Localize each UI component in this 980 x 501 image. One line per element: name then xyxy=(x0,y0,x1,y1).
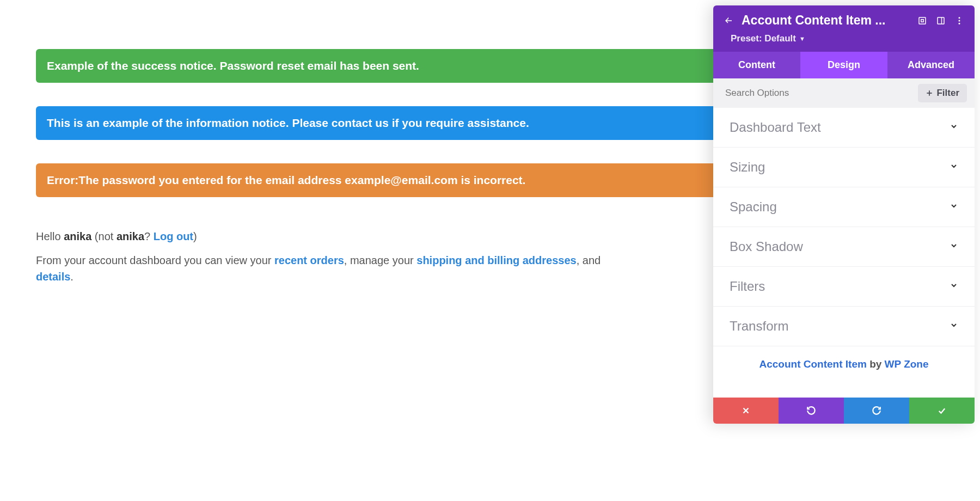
panel-title: Account Content Item ... xyxy=(742,13,909,28)
panel-footer xyxy=(713,398,975,424)
chevron-down-icon xyxy=(950,281,958,292)
notice-error-label: Error xyxy=(47,174,75,186)
option-label: Transform xyxy=(730,319,788,334)
option-filters[interactable]: Filters xyxy=(713,267,975,307)
preset-selector[interactable]: Preset: Default ▼ xyxy=(713,31,975,52)
svg-rect-2 xyxy=(938,17,944,24)
cancel-button[interactable] xyxy=(713,398,779,424)
back-icon[interactable] xyxy=(723,15,734,26)
panel-tabs: Content Design Advanced xyxy=(713,52,975,78)
panel-header: Account Content Item ... Preset: Default… xyxy=(713,5,975,78)
tab-content[interactable]: Content xyxy=(713,52,800,78)
filter-label: Filter xyxy=(936,88,959,99)
module-link[interactable]: Account Content Item xyxy=(759,358,866,370)
more-icon[interactable] xyxy=(954,15,965,26)
search-input[interactable] xyxy=(721,85,918,101)
chevron-down-icon xyxy=(950,162,958,173)
filter-button[interactable]: Filter xyxy=(918,84,967,102)
option-label: Sizing xyxy=(730,160,765,175)
credits-by: by xyxy=(867,358,885,370)
intro-text: From your account dashboard you can view… xyxy=(36,254,274,266)
dock-icon[interactable] xyxy=(935,15,946,26)
closing-paren: ) xyxy=(193,230,197,242)
confirm-button[interactable] xyxy=(909,398,975,424)
username: anika xyxy=(64,230,91,242)
option-spacing[interactable]: Spacing xyxy=(713,187,975,227)
not-suffix: ? xyxy=(144,230,154,242)
chevron-down-icon xyxy=(950,122,958,133)
tab-design[interactable]: Design xyxy=(800,52,887,78)
period: . xyxy=(70,271,74,283)
option-label: Filters xyxy=(730,279,765,294)
option-sizing[interactable]: Sizing xyxy=(713,148,975,187)
addresses-link[interactable]: shipping and billing addresses xyxy=(416,254,576,266)
option-label: Spacing xyxy=(730,199,777,215)
recent-orders-link[interactable]: recent orders xyxy=(274,254,344,266)
svg-rect-0 xyxy=(919,17,926,24)
logout-link[interactable]: Log out xyxy=(154,230,193,242)
notice-success-text: Example of the success notice. Password … xyxy=(47,59,419,72)
panel-options: Dashboard Text Sizing Spacing Box Shadow… xyxy=(713,108,975,398)
option-dashboard-text[interactable]: Dashboard Text xyxy=(713,108,975,148)
tab-advanced[interactable]: Advanced xyxy=(887,52,975,78)
option-box-shadow[interactable]: Box Shadow xyxy=(713,227,975,267)
svg-point-5 xyxy=(959,20,960,21)
settings-panel: Account Content Item ... Preset: Default… xyxy=(713,5,975,424)
author-link[interactable]: WP Zone xyxy=(885,358,929,370)
panel-title-row: Account Content Item ... xyxy=(713,5,975,31)
preset-label: Preset: Default xyxy=(731,33,796,44)
greeting-prefix: Hello xyxy=(36,230,64,242)
notice-error-text: :The password you entered for the email … xyxy=(75,174,525,186)
notice-info-text: This is an example of the information no… xyxy=(47,117,529,129)
redo-button[interactable] xyxy=(844,398,909,424)
option-transform[interactable]: Transform xyxy=(713,307,975,346)
svg-point-6 xyxy=(959,22,960,24)
chevron-down-icon xyxy=(950,321,958,332)
option-label: Dashboard Text xyxy=(730,120,821,135)
chevron-down-icon xyxy=(950,241,958,252)
not-prefix: (not xyxy=(91,230,117,242)
panel-credits: Account Content Item by WP Zone xyxy=(713,346,975,387)
option-label: Box Shadow xyxy=(730,239,803,254)
svg-rect-1 xyxy=(921,19,924,22)
chevron-down-icon xyxy=(950,201,958,212)
mid1: , manage your xyxy=(344,254,416,266)
mid2: , and xyxy=(577,254,601,266)
undo-button[interactable] xyxy=(779,398,844,424)
account-details-link[interactable]: details xyxy=(36,271,70,283)
not-username: anika xyxy=(117,230,144,242)
svg-point-4 xyxy=(959,17,960,19)
expand-icon[interactable] xyxy=(917,15,928,26)
caret-down-icon: ▼ xyxy=(799,35,805,42)
panel-search-row: Filter xyxy=(713,78,975,108)
